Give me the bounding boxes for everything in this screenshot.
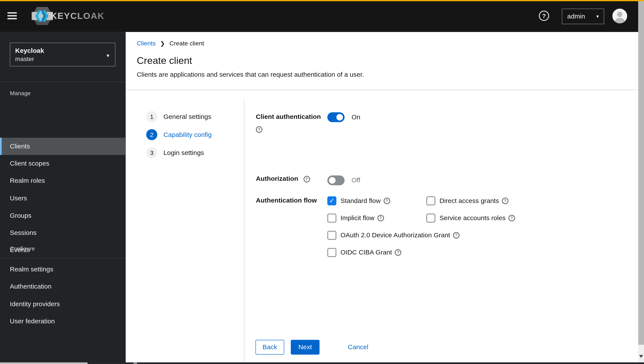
authorization-toggle[interactable] [327, 175, 344, 185]
scroll-down-arrow-icon[interactable] [639, 355, 643, 358]
back-button[interactable]: Back [256, 340, 284, 355]
cancel-button[interactable]: Cancel [348, 340, 368, 355]
standard-flow-label[interactable]: Standard flow [340, 197, 381, 204]
wizard-nav: 1 General settings 2 Capability config 3… [146, 111, 212, 165]
sidebar-item-authentication[interactable]: Authentication [0, 278, 126, 295]
help-icon[interactable]: ? [508, 215, 515, 221]
realm-selector[interactable]: Keycloak master ▾ [10, 42, 115, 66]
horizontal-scrollbar[interactable] [0, 362, 644, 364]
oauth-device-grant-checkbox[interactable] [327, 231, 336, 240]
vertical-scrollbar-thumb[interactable] [638, 1, 644, 345]
chevron-down-icon: ▾ [596, 14, 599, 19]
sidebar-item-users[interactable]: Users [0, 190, 126, 207]
help-icon[interactable]: ? [502, 198, 508, 204]
user-dropdown[interactable]: admin ▾ [562, 9, 604, 24]
wizard-step-capability-config[interactable]: 2 Capability config [146, 129, 212, 140]
sidebar-item-identity-providers[interactable]: Identity providers [0, 296, 126, 313]
oidc-ciba-grant-row: OIDC CIBA Grant ? [327, 244, 460, 261]
page-title: Create client [137, 55, 192, 66]
breadcrumb-current: Create client [169, 40, 204, 47]
avatar[interactable] [612, 9, 627, 24]
sidebar-divider [0, 258, 126, 258]
implicit-flow-checkbox[interactable] [327, 214, 336, 222]
help-icon[interactable]: ? [453, 232, 460, 238]
sidebar-item-clients[interactable]: Clients [0, 138, 126, 155]
service-accounts-roles-checkbox[interactable] [426, 214, 436, 222]
client-authentication-label-text: Client authentication [256, 112, 327, 122]
realm-selector-title: Keycloak [15, 46, 101, 55]
breadcrumb-clients-link[interactable]: Clients [137, 40, 156, 47]
toggle-knob [329, 177, 336, 184]
wizard-step-general-settings[interactable]: 1 General settings [146, 111, 212, 122]
sidebar-item-realm-settings[interactable]: Realm settings [0, 261, 126, 278]
authorization-label-text: Authorization [256, 175, 298, 182]
help-icon[interactable]: ? [383, 198, 390, 204]
step-label: Login settings [163, 149, 204, 156]
sidebar-item-client-scopes[interactable]: Client scopes [0, 155, 126, 172]
authorization-label: Authorization ? [256, 174, 310, 184]
step-number: 2 [146, 129, 157, 140]
oidc-ciba-grant-checkbox[interactable] [327, 248, 336, 257]
sidebar-item-groups[interactable]: Groups [0, 207, 126, 224]
sidebar-item-realm-roles[interactable]: Realm roles [0, 172, 126, 189]
toggle-knob [336, 114, 343, 120]
oidc-ciba-grant-label[interactable]: OIDC CIBA Grant [340, 249, 392, 256]
page-header-divider [126, 90, 638, 90]
auth-flow-column-2: Direct access grants ? Service accounts … [426, 192, 515, 227]
sidebar-divider [0, 82, 126, 82]
help-icon[interactable]: ? [303, 176, 310, 182]
step-number: 3 [146, 147, 157, 158]
nav-section-configure: Configure [10, 245, 35, 252]
service-accounts-roles-row: Service accounts roles ? [426, 210, 515, 227]
client-authentication-row: On [327, 112, 360, 122]
client-authentication-label: Client authentication ? [256, 112, 327, 134]
standard-flow-checkbox[interactable]: ✓ [327, 196, 336, 205]
direct-access-grants-label[interactable]: Direct access grants [440, 197, 499, 204]
breadcrumb-chevron-icon: ❯ [160, 40, 165, 46]
horizontal-scrollbar-thumb[interactable] [0, 362, 88, 364]
nav-toggle-hamburger-icon[interactable] [8, 12, 17, 19]
vertical-scrollbar[interactable] [638, 0, 644, 364]
oauth-device-grant-label[interactable]: OAuth 2.0 Device Authorization Grant [340, 232, 450, 239]
help-icon[interactable]: ? [377, 215, 384, 221]
service-accounts-roles-label[interactable]: Service accounts roles [440, 214, 506, 222]
authorization-state: Off [351, 177, 360, 184]
help-icon[interactable]: ? [395, 249, 401, 256]
step-number: 1 [146, 111, 157, 122]
nav-section-manage: Manage [10, 90, 31, 96]
keycloak-admin-console: KEYCLOAK ? admin ▾ Keycloak master ▾ Man… [0, 0, 644, 364]
chevron-down-icon: ▾ [107, 52, 109, 58]
client-authentication-state: On [351, 114, 360, 121]
step-label: General settings [163, 113, 211, 120]
realm-selector-current: master [15, 55, 101, 63]
user-dropdown-label: admin [567, 12, 585, 20]
direct-access-grants-row: Direct access grants ? [426, 192, 515, 210]
keycloak-logo[interactable]: KEYCLOAK [32, 6, 104, 26]
wizard-step-login-settings[interactable]: 3 Login settings [146, 147, 212, 158]
help-icon[interactable]: ? [539, 11, 549, 21]
next-button[interactable]: Next [291, 340, 320, 355]
page-description: Clients are applications and services th… [137, 71, 364, 78]
step-label: Capability config [163, 131, 212, 138]
client-authentication-toggle[interactable] [327, 112, 344, 122]
main-content: Clients ❯ Create client Create client Cl… [126, 32, 638, 362]
wizard-content-divider [244, 100, 245, 362]
help-icon[interactable]: ? [256, 126, 263, 133]
direct-access-grants-checkbox[interactable] [426, 196, 436, 205]
masthead-accent-bar [0, 0, 644, 1]
sidebar-item-user-federation[interactable]: User federation [0, 313, 126, 330]
oauth-device-grant-row: OAuth 2.0 Device Authorization Grant ? [327, 227, 460, 244]
authentication-flow-label: Authentication flow [256, 196, 317, 205]
masthead: KEYCLOAK ? admin ▾ [0, 0, 644, 32]
authorization-row: Off [327, 175, 360, 185]
keycloak-hexagon-icon [32, 6, 53, 26]
horizontal-scrollbar-nub [133, 362, 137, 364]
breadcrumb: Clients ❯ Create client [137, 40, 204, 47]
sidebar-nav: Keycloak master ▾ Manage Clients Client … [0, 32, 126, 364]
brand-text: KEYCLOAK [51, 11, 104, 21]
sidebar-item-sessions[interactable]: Sessions [0, 224, 126, 242]
implicit-flow-label[interactable]: Implicit flow [340, 214, 374, 222]
person-icon [612, 9, 627, 24]
